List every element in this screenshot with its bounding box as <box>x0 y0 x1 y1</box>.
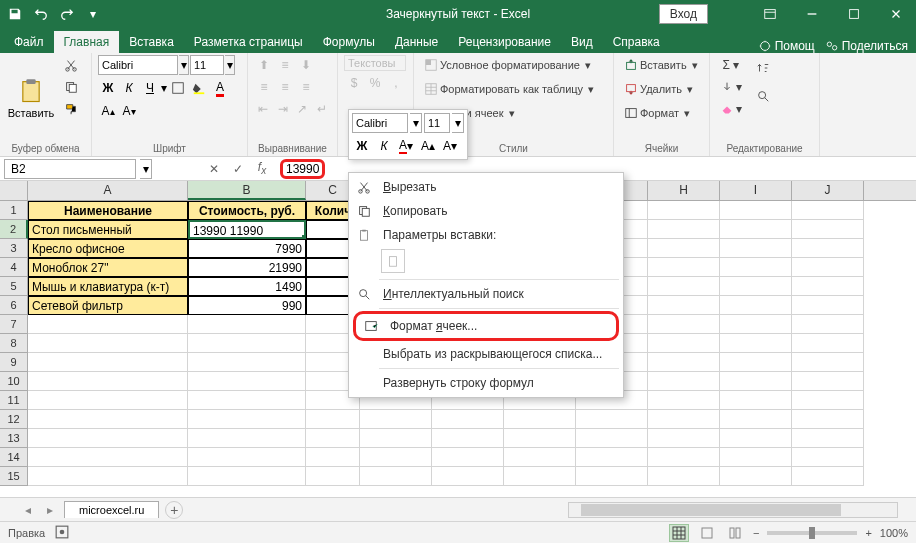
row-header[interactable]: 2 <box>0 220 28 239</box>
cell[interactable] <box>792 391 864 410</box>
border-button[interactable] <box>168 78 188 98</box>
mini-increase-font[interactable]: A▴ <box>418 136 438 156</box>
row-header[interactable]: 14 <box>0 448 28 467</box>
cell[interactable] <box>792 315 864 334</box>
cell[interactable] <box>648 391 720 410</box>
cell[interactable] <box>188 467 306 486</box>
tab-data[interactable]: Данные <box>385 31 448 53</box>
cell[interactable] <box>720 258 792 277</box>
cell[interactable] <box>360 410 432 429</box>
ribbon-options-icon[interactable] <box>750 0 790 28</box>
redo-icon[interactable] <box>56 3 78 25</box>
cell[interactable] <box>306 467 360 486</box>
cell[interactable]: Моноблок 27" <box>28 258 188 277</box>
tab-home[interactable]: Главная <box>54 31 120 53</box>
view-normal-icon[interactable] <box>669 524 689 542</box>
zoom-level[interactable]: 100% <box>880 527 908 539</box>
cell[interactable] <box>576 429 648 448</box>
bold-button[interactable]: Ж <box>98 78 118 98</box>
cell[interactable] <box>188 315 306 334</box>
delete-cells[interactable]: Удалить ▾ <box>620 79 703 99</box>
cell[interactable] <box>432 467 504 486</box>
increase-font-icon[interactable]: A▴ <box>98 101 118 121</box>
cell[interactable] <box>792 448 864 467</box>
row-header[interactable]: 1 <box>0 201 28 220</box>
row-header[interactable]: 11 <box>0 391 28 410</box>
cell[interactable]: 7990 <box>188 239 306 258</box>
font-name-select[interactable]: Calibri <box>98 55 178 75</box>
cell[interactable] <box>648 258 720 277</box>
cell[interactable] <box>306 448 360 467</box>
cell[interactable] <box>648 277 720 296</box>
cell[interactable] <box>648 429 720 448</box>
cell[interactable] <box>720 391 792 410</box>
font-color-button[interactable]: А <box>210 78 230 98</box>
cell[interactable] <box>648 239 720 258</box>
cell[interactable] <box>648 410 720 429</box>
comma-icon[interactable]: , <box>386 73 406 93</box>
cell[interactable] <box>792 296 864 315</box>
increase-indent-icon[interactable]: ⇥ <box>274 99 293 119</box>
paste-button[interactable]: Вставить <box>6 55 56 141</box>
decrease-font-icon[interactable]: A▾ <box>119 101 139 121</box>
number-format-select[interactable]: Текстовы <box>344 55 406 71</box>
mini-decrease-font[interactable]: A▾ <box>440 136 460 156</box>
col-header-H[interactable]: H <box>648 181 720 200</box>
conditional-formatting[interactable]: Условное форматирование ▾ <box>420 55 607 75</box>
col-header-I[interactable]: I <box>720 181 792 200</box>
mini-font-color[interactable]: А▾ <box>396 136 416 156</box>
cell[interactable]: 990 <box>188 296 306 315</box>
add-sheet-icon[interactable]: + <box>165 501 183 519</box>
cell[interactable] <box>792 334 864 353</box>
cell[interactable] <box>792 258 864 277</box>
zoom-slider[interactable] <box>767 531 857 535</box>
view-page-break-icon[interactable] <box>725 524 745 542</box>
cm-cut[interactable]: Вырезать <box>349 175 623 199</box>
cell[interactable] <box>648 353 720 372</box>
select-all-corner[interactable] <box>0 181 28 200</box>
cell[interactable]: Мышь и клавиатура (к-т) <box>28 277 188 296</box>
row-header[interactable]: 13 <box>0 429 28 448</box>
orientation-icon[interactable]: ↗ <box>293 99 312 119</box>
row-header[interactable]: 6 <box>0 296 28 315</box>
col-header-B[interactable]: B <box>188 181 306 200</box>
cell[interactable] <box>720 296 792 315</box>
cell[interactable] <box>28 391 188 410</box>
cell[interactable] <box>720 448 792 467</box>
cell[interactable] <box>648 467 720 486</box>
cell[interactable]: Кресло офисное <box>28 239 188 258</box>
fill-color-button[interactable] <box>189 78 209 98</box>
cm-smart-lookup[interactable]: Интеллектуальный поиск <box>349 282 623 306</box>
cell[interactable] <box>28 315 188 334</box>
minimize-icon[interactable] <box>792 0 832 28</box>
cell[interactable]: Стоимость, руб. <box>188 201 306 220</box>
cell[interactable] <box>360 467 432 486</box>
cell[interactable] <box>188 353 306 372</box>
font-size-select[interactable]: 11 <box>190 55 224 75</box>
find-select-icon[interactable] <box>750 83 776 109</box>
cell[interactable]: 21990 <box>188 258 306 277</box>
maximize-icon[interactable] <box>834 0 874 28</box>
format-cells[interactable]: Формат ▾ <box>620 103 703 123</box>
cell[interactable] <box>432 448 504 467</box>
save-icon[interactable] <box>4 3 26 25</box>
sort-filter-icon[interactable] <box>750 55 776 81</box>
cell[interactable] <box>306 410 360 429</box>
col-header-A[interactable]: A <box>28 181 188 200</box>
col-header-J[interactable]: J <box>792 181 864 200</box>
cell[interactable] <box>576 467 648 486</box>
row-header[interactable]: 9 <box>0 353 28 372</box>
cell[interactable] <box>648 201 720 220</box>
format-as-table[interactable]: Форматировать как таблицу ▾ <box>420 79 607 99</box>
cell[interactable] <box>432 410 504 429</box>
row-header[interactable]: 7 <box>0 315 28 334</box>
cell[interactable] <box>306 429 360 448</box>
cell[interactable] <box>576 410 648 429</box>
cell[interactable] <box>720 239 792 258</box>
cell[interactable] <box>576 448 648 467</box>
tab-help[interactable]: Справка <box>603 31 670 53</box>
cell[interactable] <box>648 372 720 391</box>
sheet-prev-icon[interactable]: ◂ <box>20 503 36 517</box>
paste-option-default[interactable] <box>381 249 405 273</box>
row-header[interactable]: 10 <box>0 372 28 391</box>
